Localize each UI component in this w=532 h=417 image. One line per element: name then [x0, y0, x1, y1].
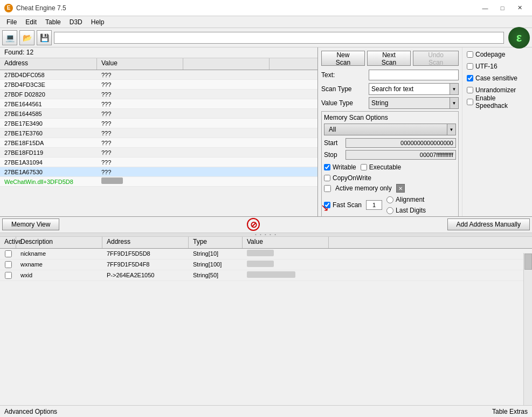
stop-input[interactable] — [346, 150, 456, 160]
result-value-cell: ??? — [97, 138, 183, 147]
close-button[interactable]: ✕ — [512, 3, 528, 13]
menu-d3d[interactable]: D3D — [65, 17, 87, 27]
unrandomizer-checkbox[interactable] — [467, 87, 473, 93]
start-input[interactable] — [346, 138, 456, 148]
address-table-row[interactable]: nickname7FF9D1F5D5D8String[10] — [0, 249, 532, 259]
found-count: 12 — [26, 49, 33, 56]
result-value-cell: ??? — [97, 109, 183, 118]
result-row[interactable]: 27BE17E3760??? — [0, 128, 317, 138]
alignment-row: Alignment — [386, 195, 426, 204]
address-table-row[interactable]: wxname7FF9D1F5D4F8String[100] — [0, 259, 532, 270]
value-type-dropdown[interactable]: String ▼ — [369, 97, 459, 109]
bottom-bar: Advanced Options Table Extras — [0, 405, 532, 417]
executable-checkbox[interactable] — [361, 164, 367, 170]
last-digits-label: Last Digits — [396, 207, 426, 214]
result-row[interactable]: 27BE1644585??? — [0, 109, 317, 119]
menu-bar: File Edit Table D3D Help — [0, 16, 532, 28]
menu-edit[interactable]: Edit — [21, 17, 41, 27]
unrandomizer-label: Unrandomizer — [475, 86, 516, 94]
addr-address-cell: 7FF9D1F5D5D8 — [102, 250, 189, 257]
result-row[interactable]: 27BDF D02820??? — [0, 90, 317, 99]
utf16-row: UTF-16 — [467, 61, 528, 71]
active-memory-clear-button[interactable]: ✕ — [396, 184, 405, 193]
maximize-button[interactable]: □ — [494, 3, 510, 13]
scan-type-dropdown[interactable]: Search for text ▼ — [369, 83, 459, 95]
executable-label: Executable — [369, 163, 401, 171]
next-scan-button[interactable]: Next Scan — [367, 51, 411, 66]
result-row[interactable]: 27BE1A67530??? — [0, 167, 317, 177]
result-row[interactable]: 27BD4DFC058??? — [0, 70, 317, 80]
result-address-cell: 27BE1A67530 — [0, 167, 97, 176]
minimize-button[interactable]: — — [477, 3, 493, 13]
address-table-row[interactable]: wxidP->264EA2E1050String[50] — [0, 270, 532, 281]
results-rows: 27BD4DFC058???27BD4FD3C3E???27BDF D02820… — [0, 70, 317, 187]
start-row: Start — [324, 138, 456, 148]
addr-address-cell: P->264EA2E1050 — [102, 272, 189, 278]
scan-type-row: Scan Type Search for text ▼ — [321, 83, 459, 95]
header-prev — [183, 58, 270, 70]
text-input[interactable] — [369, 70, 459, 80]
addr-value-cell — [243, 261, 329, 268]
open-button[interactable]: 📂 — [19, 30, 34, 45]
computer-button[interactable]: 💻 — [2, 30, 17, 45]
memory-scan-all-dropdown[interactable]: All ▼ — [324, 124, 456, 135]
addr-active-checkbox[interactable] — [5, 261, 12, 268]
result-row[interactable]: 27BE18F15DA??? — [0, 138, 317, 148]
memory-scan-group: Memory Scan Options All ▼ Start — [321, 111, 459, 216]
utf16-checkbox[interactable] — [467, 63, 473, 70]
stop-label: Stop — [324, 151, 346, 159]
case-sensitive-row: Case sensitive — [467, 73, 528, 83]
add-address-button[interactable]: Add Address Manually — [447, 218, 530, 230]
title-left: E Cheat Engine 7.5 — [4, 4, 66, 12]
alignment-radio[interactable] — [386, 196, 393, 203]
scroll-thumb[interactable] — [524, 254, 532, 270]
addr-active-checkbox[interactable] — [5, 272, 12, 279]
writable-checkbox[interactable] — [324, 164, 330, 170]
address-rows: nickname7FF9D1F5D5D8String[10]wxname7FF9… — [0, 249, 532, 281]
result-address-cell: 27BE18FD119 — [0, 148, 97, 157]
codepage-checkbox[interactable] — [467, 51, 473, 58]
result-address-cell: 27BE17E3490 — [0, 119, 97, 128]
fast-scan-checkbox-row: Fast Scan — [324, 200, 362, 210]
result-row[interactable]: 27BD4FD3C3E??? — [0, 80, 317, 90]
result-row[interactable]: WeChatWin.dll+3DFD5D8 — [0, 177, 317, 187]
new-scan-button[interactable]: New Scan — [321, 51, 365, 66]
result-address-cell: 27BE1644585 — [0, 109, 97, 118]
memory-scan-all-arrow: ▼ — [447, 124, 455, 135]
addr-value-cell — [243, 271, 329, 279]
addr-description-cell: wxname — [16, 261, 102, 268]
addr-active-checkbox[interactable] — [5, 250, 12, 257]
header-type: Type — [189, 237, 243, 248]
result-address-cell: 27BE17E3760 — [0, 128, 97, 138]
save-button[interactable]: 💾 — [37, 30, 52, 45]
memory-scan-all-value: All — [324, 126, 447, 133]
result-row[interactable]: 27BE18FD119??? — [0, 148, 317, 158]
menu-table[interactable]: Table — [41, 17, 65, 27]
header-description: Description — [16, 237, 102, 248]
process-address-bar[interactable]: 00001B38-WeChat.exe — [54, 32, 504, 44]
start-label: Start — [324, 139, 346, 147]
menu-help[interactable]: Help — [87, 17, 109, 27]
writable-executable-row: Writable Executable — [324, 162, 456, 172]
text-row: Text: — [321, 69, 459, 81]
enable-speedhack-checkbox[interactable] — [467, 99, 473, 105]
case-sensitive-label: Case sensitive — [475, 74, 517, 82]
copy-on-write-checkbox[interactable] — [324, 175, 330, 181]
result-row[interactable]: 27BE1644561??? — [0, 99, 317, 109]
case-sensitive-checkbox[interactable] — [467, 75, 473, 81]
result-value-cell: ??? — [97, 167, 183, 176]
memory-view-button[interactable]: Memory View — [2, 218, 59, 230]
result-value-cell: ??? — [97, 99, 183, 108]
scrollbar[interactable] — [523, 253, 532, 406]
header-address: Address — [0, 58, 97, 70]
fast-scan-value-input[interactable] — [366, 200, 382, 210]
menu-file[interactable]: File — [2, 17, 21, 27]
last-digits-radio[interactable] — [386, 207, 393, 214]
result-row[interactable]: 27BE1A31094??? — [0, 158, 317, 167]
active-memory-checkbox[interactable] — [324, 185, 331, 192]
result-row[interactable]: 27BE17E3490??? — [0, 119, 317, 128]
result-value-cell: ??? — [97, 70, 183, 79]
expand-bar[interactable]: • • • • • — [0, 233, 532, 237]
utf16-label: UTF-16 — [475, 63, 498, 70]
undo-scan-button[interactable]: Undo Scan — [413, 51, 459, 66]
